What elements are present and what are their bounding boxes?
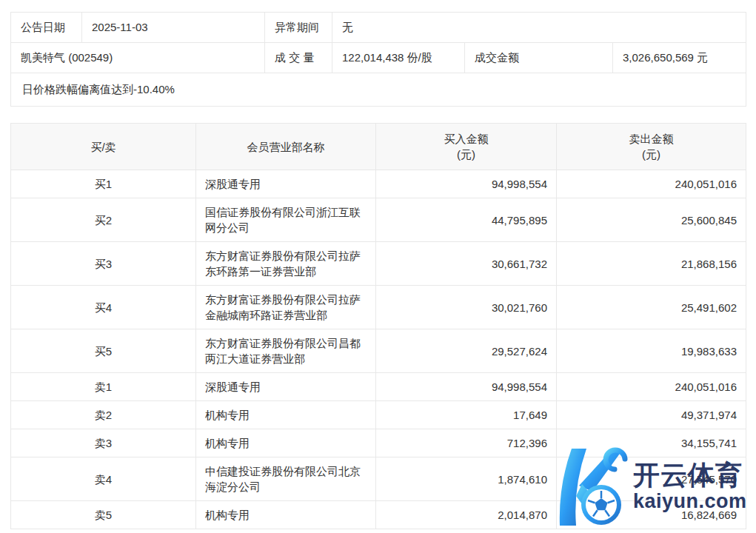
header-sell-label: 卖出金额	[629, 133, 674, 145]
broker-header-row: 买/卖 会员营业部名称 买入金额 (元) 卖出金额 (元)	[11, 124, 746, 170]
summary-row-stock: 凯美特气 (002549) 成 交 量 122,014,438 份/股 成交金额…	[11, 43, 746, 73]
buy-amount: 712,396	[376, 429, 557, 457]
row-side: 卖1	[11, 373, 196, 401]
buy-amount: 29,527,624	[376, 329, 557, 373]
volume-label: 成 交 量	[265, 43, 332, 73]
row-side: 卖3	[11, 429, 196, 457]
volume-value: 122,014,438 份/股	[332, 43, 465, 73]
sell-amount: 21,868,156	[557, 242, 746, 286]
table-row: 卖1 深股通专用 94,998,554 240,051,016	[11, 373, 746, 401]
header-buy: 买入金额 (元)	[376, 124, 557, 170]
branch-name: 机构专用	[196, 401, 376, 429]
stock-name: 凯美特气 (002549)	[11, 43, 265, 73]
announce-date-value: 2025-11-03	[82, 13, 265, 43]
branch-name: 深股通专用	[196, 373, 376, 401]
header-buy-label: 买入金额	[444, 133, 489, 145]
branch-name: 东方财富证券股份有限公司拉萨东环路第一证券营业部	[196, 242, 376, 286]
abnormal-period-label: 异常期间	[265, 13, 332, 43]
sell-amount: 34,155,741	[557, 429, 746, 457]
header-buy-unit: (元)	[385, 147, 547, 162]
buy-amount: 1,874,610	[376, 457, 557, 501]
sell-amount: 49,371,974	[557, 401, 746, 429]
broker-table: 买/卖 会员营业部名称 买入金额 (元) 卖出金额 (元) 买1 深股通专用 9…	[10, 123, 746, 529]
turnover-label: 成交金额	[465, 43, 613, 73]
sell-amount: 240,051,016	[557, 373, 746, 401]
buy-amount: 2,014,870	[376, 501, 557, 529]
row-side: 买1	[11, 170, 196, 198]
deviation-note: 日价格跌幅偏离值达到-10.40%	[11, 73, 746, 107]
sell-amount: 240,051,016	[557, 170, 746, 198]
buy-amount: 94,998,554	[376, 373, 557, 401]
table-row: 卖3 机构专用 712,396 34,155,741	[11, 429, 746, 457]
row-side: 买2	[11, 198, 196, 242]
row-side: 卖2	[11, 401, 196, 429]
branch-name: 机构专用	[196, 429, 376, 457]
branch-name: 机构专用	[196, 501, 376, 529]
table-row: 卖2 机构专用 17,649 49,371,974	[11, 401, 746, 429]
sell-amount: 25,600,845	[557, 198, 746, 242]
buy-amount: 17,649	[376, 401, 557, 429]
summary-row-date: 公告日期 2025-11-03 异常期间 无	[11, 13, 746, 43]
row-side: 卖5	[11, 501, 196, 529]
branch-name: 东方财富证券股份有限公司昌都两江大道证券营业部	[196, 329, 376, 373]
table-row: 买4 东方财富证券股份有限公司拉萨金融城南环路证券营业部 30,021,760 …	[11, 286, 746, 329]
page-content: 公告日期 2025-11-03 异常期间 无 凯美特气 (002549) 成 交…	[0, 0, 756, 529]
branch-name: 深股通专用	[196, 170, 376, 198]
branch-name: 中信建投证券股份有限公司北京海淀分公司	[196, 457, 376, 501]
row-side: 买5	[11, 329, 196, 373]
table-row: 买2 国信证券股份有限公司浙江互联网分公司 44,795,895 25,600,…	[11, 198, 746, 242]
summary-table: 公告日期 2025-11-03 异常期间 无 凯美特气 (002549) 成 交…	[10, 12, 746, 107]
buy-amount: 94,998,554	[376, 170, 557, 198]
buy-amount: 30,661,732	[376, 242, 557, 286]
sell-amount: 16,824,669	[557, 501, 746, 529]
sell-amount: 19,983,633	[557, 329, 746, 373]
sell-amount: 27,545,570	[557, 457, 746, 501]
sell-amount: 25,491,602	[557, 286, 746, 329]
header-sell-unit: (元)	[566, 147, 737, 162]
table-row: 买5 东方财富证券股份有限公司昌都两江大道证券营业部 29,527,624 19…	[11, 329, 746, 373]
turnover-value: 3,026,650,569 元	[613, 43, 746, 73]
header-sell: 卖出金额 (元)	[557, 124, 746, 170]
buy-amount: 44,795,895	[376, 198, 557, 242]
row-side: 买3	[11, 242, 196, 286]
row-side: 卖4	[11, 457, 196, 501]
header-side: 买/卖	[11, 124, 196, 170]
table-row: 买3 东方财富证券股份有限公司拉萨东环路第一证券营业部 30,661,732 2…	[11, 242, 746, 286]
buy-amount: 30,021,760	[376, 286, 557, 329]
table-row: 卖4 中信建投证券股份有限公司北京海淀分公司 1,874,610 27,545,…	[11, 457, 746, 501]
branch-name: 东方财富证券股份有限公司拉萨金融城南环路证券营业部	[196, 286, 376, 329]
header-branch: 会员营业部名称	[196, 124, 376, 170]
announce-date-label: 公告日期	[11, 13, 82, 43]
branch-name: 国信证券股份有限公司浙江互联网分公司	[196, 198, 376, 242]
table-row: 买1 深股通专用 94,998,554 240,051,016	[11, 170, 746, 198]
row-side: 买4	[11, 286, 196, 329]
summary-row-note: 日价格跌幅偏离值达到-10.40%	[11, 73, 746, 107]
abnormal-period-value: 无	[332, 13, 746, 43]
table-row: 卖5 机构专用 2,014,870 16,824,669	[11, 501, 746, 529]
